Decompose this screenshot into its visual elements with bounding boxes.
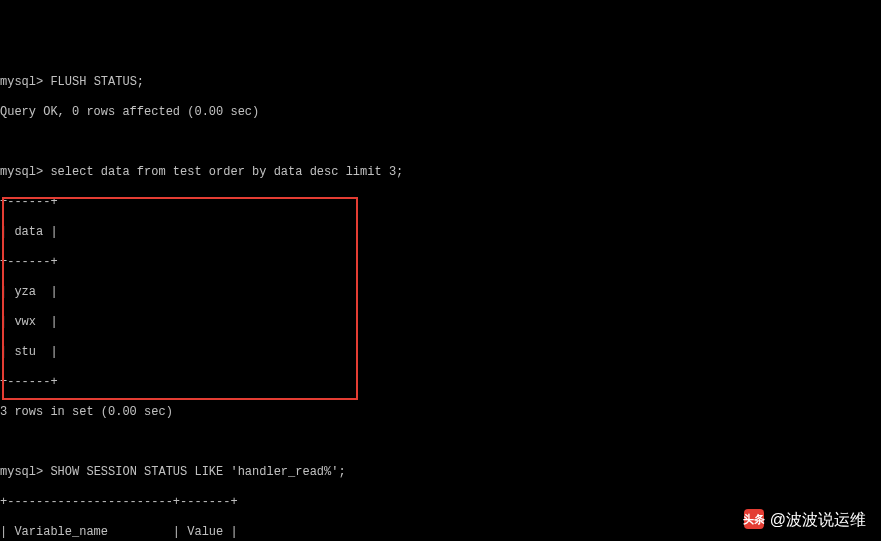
table-header: | data | — [0, 225, 881, 240]
table-separator: +------+ — [0, 195, 881, 210]
query-result: Query OK, 0 rows affected (0.00 sec) — [0, 105, 881, 120]
mysql-prompt: mysql> — [0, 165, 50, 179]
mysql-prompt: mysql> — [0, 75, 50, 89]
table-row: | stu | — [0, 345, 881, 360]
table-separator: +------+ — [0, 255, 881, 270]
watermark-logo-icon: 头条 — [744, 509, 764, 529]
sql-command-show-status: SHOW SESSION STATUS LIKE 'handler_read%'… — [50, 465, 345, 479]
sql-command-select: select data from test order by data desc… — [50, 165, 403, 179]
table-row: | yza | — [0, 285, 881, 300]
mysql-prompt: mysql> — [0, 465, 50, 479]
terminal-output: mysql> FLUSH STATUS; Query OK, 0 rows af… — [0, 60, 881, 541]
watermark: 头条 @波波说运维 — [744, 509, 866, 529]
watermark-text: @波波说运维 — [770, 512, 866, 527]
table-row: | vwx | — [0, 315, 881, 330]
result-footer: 3 rows in set (0.00 sec) — [0, 405, 881, 420]
table-separator: +-----------------------+-------+ — [0, 495, 881, 510]
sql-command-flush: FLUSH STATUS; — [50, 75, 144, 89]
table-separator: +------+ — [0, 375, 881, 390]
